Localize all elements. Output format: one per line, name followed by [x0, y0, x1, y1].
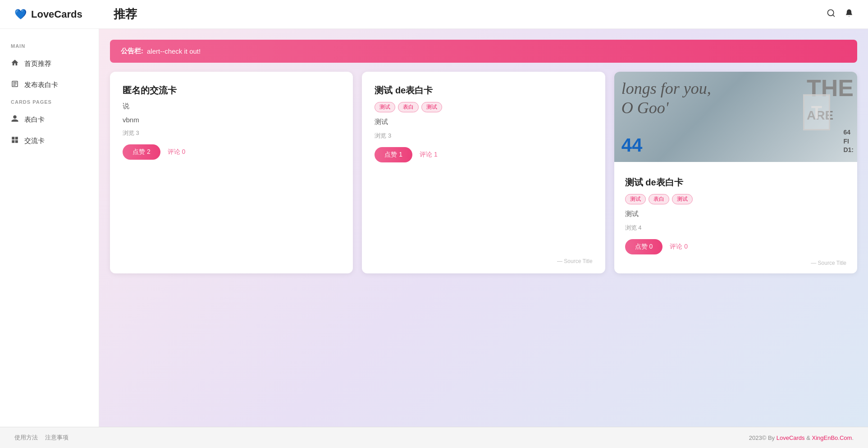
sidebar: MAIN 首页推荐 发布表白卡 CARDS PAGES 表白卡 交流卡: [0, 29, 99, 427]
logo-text: LoveCards: [31, 9, 82, 20]
card-3: longs for you,O Goo' THEARE 44 64FID1: T…: [614, 72, 857, 273]
jiaoliu-icon: [11, 136, 19, 146]
main-content: 公告栏: alert--check it out! 匿名的交流卡 说 vbnm …: [99, 29, 868, 427]
card-2-tags: 测试 表白 测试: [375, 102, 592, 112]
sidebar-item-home[interactable]: 首页推荐: [0, 53, 99, 74]
card-3-body-section: 测试 de表白卡 测试 表白 测试 测试 浏览 4 点赞 0 评论 0 — So…: [614, 167, 857, 273]
card-1-subtitle: 说: [123, 102, 340, 111]
card-3-body: 测试: [625, 210, 846, 218]
sidebar-item-jiaoliu[interactable]: 交流卡: [0, 130, 99, 152]
footer-copyright: 2023© By LoveCards & XingEnBo.Com.: [749, 434, 854, 441]
footer-copyright-text: 2023© By: [749, 434, 777, 441]
card-2-views: 浏览 3: [375, 132, 592, 140]
card-2-like-button[interactable]: 点赞 1: [375, 147, 412, 162]
sidebar-main-label: MAIN: [0, 43, 99, 53]
cards-grid: 匿名的交流卡 说 vbnm 浏览 3 点赞 2 评论 0 测试 de表白卡 测试…: [110, 72, 857, 273]
card-2-comment-button[interactable]: 评论 1: [420, 151, 438, 159]
card-3-tag-1: 测试: [625, 194, 646, 204]
card-2-body: 测试: [375, 118, 592, 126]
footer-brand2[interactable]: XingEnBo.Com: [812, 434, 852, 441]
card-1: 匿名的交流卡 说 vbnm 浏览 3 点赞 2 评论 0: [110, 72, 353, 273]
card-3-title: 测试 de表白卡: [625, 176, 846, 189]
card-1-title: 匿名的交流卡: [123, 84, 340, 97]
publish-icon: [11, 80, 19, 90]
sidebar-label-publish: 发布表白卡: [24, 81, 58, 89]
alert-text: alert--check it out!: [147, 47, 201, 55]
card-3-like-button[interactable]: 点赞 0: [625, 239, 663, 254]
sidebar-label-home: 首页推荐: [24, 60, 51, 68]
card-3-tag-3: 测试: [672, 194, 693, 204]
sidebar-cards-label: CARDS PAGES: [0, 99, 99, 109]
card-3-actions: 点赞 0 评论 0: [625, 239, 846, 254]
logo-icon: 💙: [14, 9, 27, 20]
card-1-body: vbnm: [123, 116, 340, 124]
card-2-title: 测试 de表白卡: [375, 84, 592, 97]
card-1-comment-button[interactable]: 评论 0: [168, 148, 186, 156]
footer: 使用方法 注意事项 2023© By LoveCards & XingEnBo.…: [0, 427, 868, 448]
footer-separator: &: [805, 434, 812, 441]
card-2-tag-3: 测试: [421, 102, 442, 112]
header: 💙 LoveCards 推荐: [0, 0, 868, 29]
sidebar-item-publish[interactable]: 发布表白卡: [0, 74, 99, 96]
card-3-source: — Source Title: [625, 260, 846, 266]
card-3-views: 浏览 4: [625, 224, 846, 232]
footer-links: 使用方法 注意事项: [14, 434, 69, 442]
footer-link-notes[interactable]: 注意事项: [45, 434, 69, 442]
card-2-tag-1: 测试: [375, 102, 395, 112]
card-3-codes: 64FID1:: [843, 128, 854, 155]
footer-end: .: [852, 434, 854, 441]
svg-line-1: [833, 15, 835, 17]
sidebar-label-jiaoliu: 交流卡: [24, 137, 45, 145]
card-3-comment-button[interactable]: 评论 0: [670, 243, 688, 251]
card-2-source: — Source Title: [375, 258, 592, 264]
card-3-image: longs for you,O Goo' THEARE 44 64FID1: T: [614, 72, 857, 162]
notification-icon[interactable]: [845, 8, 854, 20]
alert-banner: 公告栏: alert--check it out!: [110, 40, 857, 63]
layout: MAIN 首页推荐 发布表白卡 CARDS PAGES 表白卡 交流卡: [0, 29, 868, 427]
baibai-icon: [11, 115, 19, 125]
card-3-numbers: 44: [621, 136, 643, 155]
footer-brand1[interactable]: LoveCards: [777, 434, 805, 441]
card-2: 测试 de表白卡 测试 表白 测试 测试 浏览 3 点赞 1 评论 1 — So…: [362, 72, 605, 273]
card-1-views: 浏览 3: [123, 129, 340, 137]
card-1-like-button[interactable]: 点赞 2: [123, 144, 160, 160]
card-3-tag-2: 表白: [649, 194, 669, 204]
card-1-actions: 点赞 2 评论 0: [123, 144, 340, 160]
sidebar-label-baibai: 表白卡: [24, 115, 45, 124]
footer-link-usage[interactable]: 使用方法: [14, 434, 38, 442]
sidebar-item-baibai[interactable]: 表白卡: [0, 109, 99, 130]
card-2-actions: 点赞 1 评论 1: [375, 147, 592, 162]
card-3-tags: 测试 表白 测试: [625, 194, 846, 204]
home-icon: [11, 59, 19, 69]
card-2-tag-2: 表白: [398, 102, 419, 112]
search-icon[interactable]: [827, 9, 836, 20]
header-actions: [827, 8, 854, 20]
alert-label: 公告栏:: [121, 47, 143, 55]
logo-area: 💙 LoveCards: [14, 9, 114, 20]
page-title: 推荐: [114, 6, 827, 22]
card-3-image-text: longs for you,O Goo': [621, 79, 711, 118]
